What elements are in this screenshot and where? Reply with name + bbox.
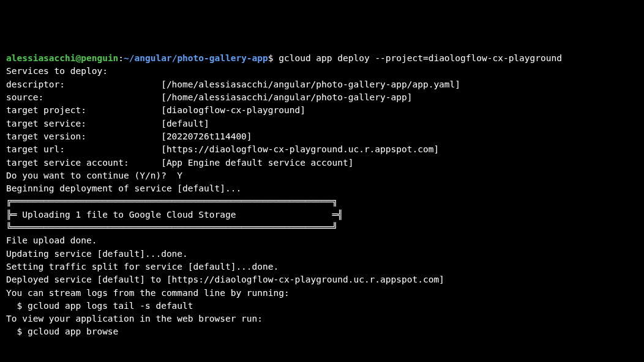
prompt-dollar: $ xyxy=(268,53,279,63)
output-line: $ gcloud app browse xyxy=(6,325,638,338)
output-line: target url: [https://diaologflow-cx-play… xyxy=(6,143,638,156)
prompt-colon: : xyxy=(118,53,124,63)
output-line: Setting traffic split for service [defau… xyxy=(6,260,638,273)
output-line: Beginning deployment of service [default… xyxy=(6,182,638,195)
output-line: Updating service [default]...done. xyxy=(6,248,638,260)
output-line: target service account: [App Engine defa… xyxy=(6,157,638,169)
output-line: source: [/home/alessiasacchi/angular/pho… xyxy=(6,91,638,104)
output-line: target version: [20220726t114400] xyxy=(6,130,638,143)
output-line: $ gcloud app logs tail -s default xyxy=(6,300,638,312)
output-line: ╚═══════════════════════════════════════… xyxy=(6,221,638,234)
terminal[interactable]: alessiasacchi@penguin:~/angular/photo-ga… xyxy=(6,52,638,339)
output-line: Services to deploy: xyxy=(6,65,638,78)
output-line: Do you want to continue (Y/n)? Y xyxy=(6,169,638,182)
output-line: To view your application in the web brow… xyxy=(6,312,638,325)
output-line: You can stream logs from the command lin… xyxy=(6,287,638,300)
prompt-line: alessiasacchi@penguin:~/angular/photo-ga… xyxy=(6,52,638,65)
output-line: ╔═══════════════════════════════════════… xyxy=(6,195,638,208)
output-line: Deployed service [default] to [https://d… xyxy=(6,273,638,286)
output-line: target service: [default] xyxy=(6,117,638,130)
output-line: File upload done. xyxy=(6,234,638,247)
output-line: descriptor: [/home/alessiasacchi/angular… xyxy=(6,78,638,91)
prompt-host: penguin xyxy=(81,53,118,63)
output-line: target project: [diaologflow-cx-playgrou… xyxy=(6,104,638,117)
prompt-user: alessiasacchi xyxy=(6,53,76,63)
prompt-path: ~/angular/photo-gallery-app xyxy=(124,53,268,63)
command: gcloud app deploy --project=diaologflow-… xyxy=(279,53,562,63)
output-line: ╠═ Uploading 1 file to Google Cloud Stor… xyxy=(6,209,638,221)
prompt-at: @ xyxy=(76,53,81,63)
